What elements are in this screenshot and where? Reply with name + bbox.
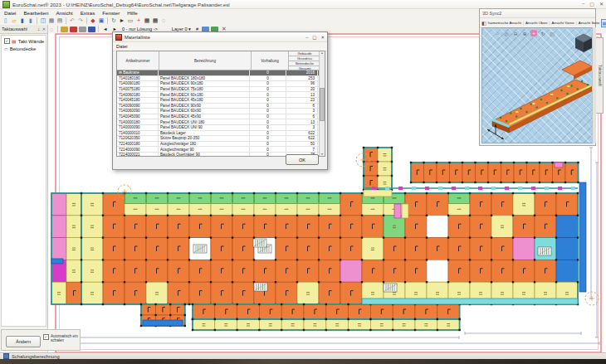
scroll-down-icon[interactable]: ▼ bbox=[320, 153, 323, 156]
cell: Panel BAUDECK UNI 180 bbox=[159, 119, 250, 124]
scrollbar-thumb[interactable] bbox=[320, 88, 325, 121]
table-row[interactable]: 7214000090Ausgleichsträger 9007 bbox=[117, 147, 325, 153]
table2-icon[interactable]: ▦ bbox=[151, 17, 159, 24]
takt-tree: ✓▤Takt Wände▱Betondecke bbox=[1, 35, 46, 327]
viewport-scrollbar[interactable] bbox=[592, 27, 596, 143]
target-icon[interactable]: ◎ bbox=[503, 30, 510, 36]
paint-icon[interactable]: ◆ bbox=[89, 17, 97, 24]
table-group-row[interactable]: ⊟ Baukrane02016 bbox=[117, 70, 325, 76]
table-row[interactable]: 7140000090Panel BAUDECK UNI 9003 bbox=[117, 125, 325, 131]
statusbar: Schalungsberechnung bbox=[0, 352, 606, 359]
menu-item-fenster[interactable]: Fenster bbox=[102, 10, 120, 16]
cell: Panel BAUDECK UNI 90 bbox=[159, 125, 250, 130]
col-header-1[interactable]: Bezeichnung bbox=[159, 51, 252, 70]
table-row[interactable]: 7140045180Panel BAUDECK 45x180023 bbox=[117, 98, 325, 104]
panel-3d-titlebar[interactable]: 3D Sync2 bbox=[480, 9, 595, 18]
view-button-3[interactable]: Ansicht Seite bbox=[579, 21, 600, 25]
menu-item-hilfe[interactable]: Hilfe bbox=[127, 10, 137, 16]
menu-item-datei[interactable]: Datei bbox=[4, 10, 16, 16]
open-icon[interactable]: ▱ bbox=[10, 17, 18, 24]
table-row[interactable]: 7140060180Panel BAUDECK 60x180013 bbox=[117, 92, 325, 98]
zoom-in-icon[interactable]: ⊕ bbox=[521, 30, 528, 36]
maximize-button[interactable]: ▢ bbox=[589, 1, 594, 7]
table-row[interactable]: 7214000180Ausgleichsträger 180050 bbox=[117, 142, 325, 148]
move-cross-icon[interactable]: + bbox=[134, 17, 143, 24]
table-row[interactable]: 7140000180Panel BAUDECK UNI 180013 bbox=[117, 119, 325, 125]
menu-item-bearbeiten[interactable]: Bearbeiten bbox=[23, 10, 48, 16]
print-icon[interactable]: ▤ bbox=[56, 17, 64, 24]
dialog-titlebar[interactable]: Materialliste – ▢ ✕ bbox=[113, 32, 327, 42]
rotate-icon[interactable]: ↻ bbox=[540, 30, 546, 36]
frame-icon[interactable]: ▭ bbox=[126, 17, 134, 24]
takt-blue-chip[interactable] bbox=[88, 27, 95, 32]
window-icon[interactable]: ◫ bbox=[39, 17, 47, 24]
undo-icon[interactable]: ↶ bbox=[68, 17, 76, 24]
grid-toggle-button[interactable]: ▦ bbox=[601, 19, 606, 27]
table-row[interactable]: 7140075180Panel BAUDECK 75x180020 bbox=[117, 87, 325, 93]
tree-checkbox[interactable]: ✓ bbox=[4, 38, 10, 44]
dialog-close-button[interactable]: ✕ bbox=[320, 35, 325, 40]
viewport-3d[interactable]: ⌂◎⊖⊕+↻◰ bbox=[481, 27, 594, 143]
dialog-minimize-button[interactable]: – bbox=[305, 35, 308, 40]
cell: 0 bbox=[250, 114, 286, 119]
dialog-menu-datei[interactable]: Datei bbox=[116, 44, 128, 49]
takt-gray-chip[interactable] bbox=[79, 27, 86, 32]
refresh-icon[interactable]: ↻ bbox=[110, 17, 118, 24]
minimize-button[interactable]: – bbox=[582, 1, 584, 7]
cell: 0 bbox=[250, 81, 286, 86]
zoom-window-icon[interactable]: ◌ bbox=[47, 26, 56, 33]
zoom-icon[interactable]: ◌ bbox=[159, 17, 168, 24]
solution-prev-button[interactable]: ◄ bbox=[103, 27, 108, 32]
table-row[interactable]: 7140060090Panel BAUDECK 60x9003 bbox=[117, 109, 325, 114]
change-button[interactable]: Ändern bbox=[6, 336, 41, 347]
app-icon bbox=[2, 1, 10, 8]
home-icon[interactable]: ⌂ bbox=[494, 30, 501, 36]
slab-icon: ▱ bbox=[4, 46, 8, 51]
view-button-1[interactable]: Ansicht Oben bbox=[525, 21, 547, 25]
table-row[interactable]: 7140090090Panel BAUDECK 90x9006 bbox=[117, 104, 325, 109]
iso-cube-icon[interactable]: ◧ bbox=[481, 20, 486, 26]
save-icon[interactable]: ▮ bbox=[18, 17, 27, 24]
taktauswahl-side-tab[interactable]: Taktauswahl bbox=[596, 37, 604, 114]
image-icon[interactable]: ▣ bbox=[97, 17, 105, 24]
pointer-icon[interactable]: ► bbox=[118, 17, 126, 24]
save-all-icon[interactable]: ▮ bbox=[27, 17, 35, 24]
new-icon[interactable]: ▯ bbox=[2, 17, 10, 24]
grid-view-icon[interactable]: ▦ bbox=[47, 17, 56, 24]
fullscreen-icon[interactable]: ◰ bbox=[549, 30, 555, 36]
takt-yellow-chip[interactable] bbox=[61, 27, 68, 32]
table-row[interactable]: 7140180180Panel BAUDECK 180x1800253 bbox=[117, 76, 325, 82]
table-row[interactable]: 7120620350Stütze Bauprop 20-3500622 bbox=[117, 136, 325, 142]
close-icon[interactable]: ✕ bbox=[42, 27, 46, 32]
table-scrollbar[interactable]: ▲ ▼ bbox=[319, 51, 325, 156]
table-row[interactable]: 7140045090Panel BAUDECK 45x9006 bbox=[117, 114, 325, 120]
tree-item-label: Betondecke bbox=[10, 46, 37, 51]
auto-checkbox[interactable]: ✓ bbox=[43, 334, 49, 340]
scroll-up-icon[interactable]: ▲ bbox=[320, 51, 323, 55]
cell: 23 bbox=[286, 98, 318, 103]
menu-item-extras[interactable]: Extras bbox=[81, 10, 95, 16]
table-row[interactable]: 7140090180Panel BAUDECK 90x180096 bbox=[117, 81, 325, 87]
col-header-2[interactable]: Vorhaltung bbox=[252, 51, 289, 70]
wall-icon: ▤ bbox=[12, 38, 17, 44]
redo-icon[interactable]: ↷ bbox=[76, 17, 85, 24]
view-button-0[interactable]: Isometrische Ansicht bbox=[488, 21, 521, 25]
col-header-0[interactable]: Artikelnummer bbox=[117, 51, 159, 70]
col-header-stack[interactable]: GebäudeGrundrissBetondeckeGesamt bbox=[289, 51, 321, 70]
pin-icon[interactable]: ⊥ bbox=[37, 27, 40, 32]
tree-item-0[interactable]: ✓▤Takt Wände bbox=[4, 37, 46, 45]
table-icon[interactable]: ▦ bbox=[143, 17, 151, 24]
cell: Panel BAUDECK 60x90 bbox=[159, 109, 250, 114]
cell: 7140090090 bbox=[117, 104, 159, 109]
dialog-maximize-button[interactable]: ▢ bbox=[312, 35, 316, 40]
takt-red-chip[interactable] bbox=[70, 27, 77, 32]
zoom-out-icon[interactable]: ⊖ bbox=[512, 30, 519, 36]
view-button-2[interactable]: Ansicht Vorne bbox=[552, 21, 574, 25]
tree-item-1[interactable]: ▱Betondecke bbox=[4, 45, 46, 52]
close-button[interactable]: ✕ bbox=[599, 1, 604, 7]
menu-item-ansicht[interactable]: Ansicht bbox=[56, 10, 72, 16]
table-row[interactable]: 7140000010Baudeck Lager0622 bbox=[117, 131, 325, 137]
pan-icon[interactable]: + bbox=[530, 30, 537, 36]
ok-button[interactable]: OK bbox=[286, 154, 319, 165]
cell: 0 bbox=[250, 125, 286, 130]
